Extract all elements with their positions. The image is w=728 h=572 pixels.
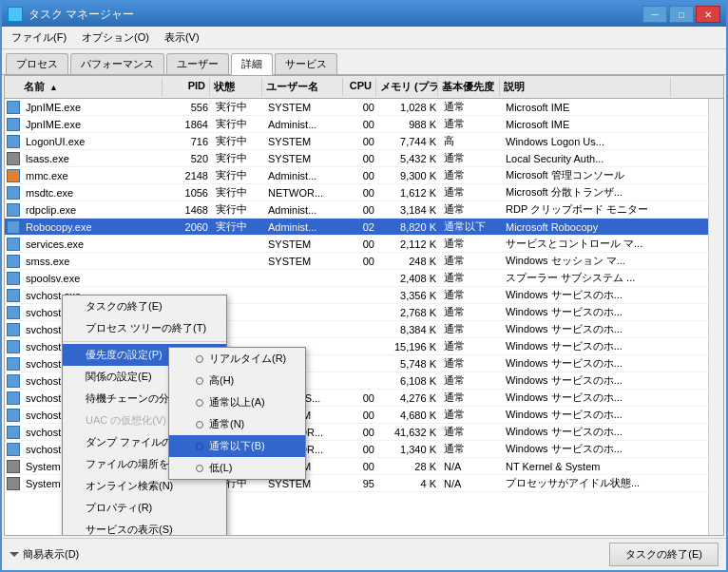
title-bar-left: タスク マネージャー — [8, 7, 134, 23]
table-row[interactable]: msdtc.exe 1056 実行中 NETWOR... 00 1,612 K … — [5, 184, 708, 201]
chevron-icon — [10, 552, 19, 557]
sort-arrow-name: ▲ — [49, 83, 58, 92]
col-header-status[interactable]: 状態 — [210, 78, 262, 96]
simple-view-button[interactable]: 簡易表示(D) — [10, 547, 79, 562]
table-row[interactable]: mmc.exe 2148 実行中 Administ... 00 9,300 K … — [5, 167, 708, 184]
app-icon — [8, 7, 23, 22]
radio-high — [196, 377, 203, 385]
table-row[interactable]: rdpclip.exe 1468 実行中 Administ... 00 3,18… — [5, 201, 708, 219]
ctx-end-tree[interactable]: プロセス ツリーの終了(T) — [63, 317, 226, 339]
ctx-show-services[interactable]: サービスの表示(S) — [63, 519, 226, 536]
window-controls: ─ □ ✕ — [642, 6, 720, 23]
window-title: タスク マネージャー — [29, 7, 134, 23]
tab-process[interactable]: プロセス — [6, 53, 68, 74]
menu-file[interactable]: ファイル(F) — [6, 29, 72, 47]
submenu-priority: リアルタイム(R) 高(H) 通常以上(A) 通常(N) 通常以下(B) 低(L… — [168, 347, 306, 480]
menu-options[interactable]: オプション(O) — [76, 29, 155, 47]
minimize-button[interactable]: ─ — [642, 6, 667, 23]
sub-realtime[interactable]: リアルタイム(R) — [169, 348, 305, 370]
radio-above-normal — [196, 399, 203, 407]
sub-high[interactable]: 高(H) — [169, 370, 305, 391]
sub-low[interactable]: 低(L) — [169, 457, 305, 479]
radio-below-normal — [196, 443, 203, 450]
table-row[interactable]: JpnIME.exe 1864 実行中 Administ... 00 988 K… — [5, 116, 708, 133]
radio-normal — [196, 421, 203, 429]
table-row[interactable]: JpnIME.exe 556 実行中 SYSTEM 00 1,028 K 通常 … — [5, 99, 708, 116]
sub-below-normal[interactable]: 通常以下(B) — [169, 435, 305, 457]
col-header-pid[interactable]: PID — [163, 78, 210, 96]
tab-services[interactable]: サービス — [275, 53, 337, 74]
maximize-button[interactable]: □ — [669, 6, 694, 23]
bottom-bar: 簡易表示(D) タスクの終了(E) — [2, 538, 726, 570]
scrollbar-vertical[interactable] — [708, 99, 723, 535]
window: タスク マネージャー ─ □ ✕ ファイル(F) オプション(O) 表示(V) … — [0, 0, 728, 572]
icon-spacer — [5, 78, 20, 96]
tab-details[interactable]: 詳細 — [231, 53, 273, 75]
radio-low — [196, 465, 203, 472]
end-task-button[interactable]: タスクの終了(E) — [609, 543, 718, 566]
col-header-prio[interactable]: 基本優先度 — [438, 78, 500, 96]
table-header: 名前 ▲ PID 状態 ユーザー名 CPU メモリ (プラ... 基本優先度 説… — [5, 76, 723, 99]
table-row[interactable]: spoolsv.exe 2,408 K 通常 スプーラー サブシステム ... — [5, 270, 708, 287]
tab-performance[interactable]: パフォーマンス — [70, 53, 164, 74]
col-header-name[interactable]: 名前 ▲ — [20, 78, 163, 96]
col-header-mem[interactable]: メモリ (プラ... — [376, 78, 438, 96]
table-row[interactable]: LogonUI.exe 716 実行中 SYSTEM 00 7,744 K 高 … — [5, 133, 708, 150]
col-header-user[interactable]: ユーザー名 — [262, 78, 343, 96]
close-button[interactable]: ✕ — [696, 6, 720, 23]
radio-realtime — [196, 355, 203, 363]
ctx-properties[interactable]: プロパティ(R) — [63, 497, 226, 519]
content-area: 名前 ▲ PID 状態 ユーザー名 CPU メモリ (プラ... 基本優先度 説… — [4, 75, 724, 536]
table-row[interactable]: smss.exe SYSTEM 00 248 K 通常 Windows セッショ… — [5, 253, 708, 270]
sub-normal[interactable]: 通常(N) — [169, 413, 305, 435]
table-row[interactable]: Robocopy.exe 2060 実行中 Administ... 02 8,8… — [5, 219, 708, 236]
simple-view-label: 簡易表示(D) — [23, 547, 79, 562]
menu-bar: ファイル(F) オプション(O) 表示(V) — [2, 27, 726, 49]
col-header-desc[interactable]: 説明 — [500, 78, 671, 96]
tab-bar: プロセス パフォーマンス ユーザー 詳細 サービス — [2, 49, 726, 75]
sub-above-normal[interactable]: 通常以上(A) — [169, 391, 305, 413]
title-bar: タスク マネージャー ─ □ ✕ — [2, 2, 726, 27]
menu-view[interactable]: 表示(V) — [159, 29, 205, 47]
ctx-end-task[interactable]: タスクの終了(E) — [63, 296, 226, 317]
ctx-separator-1 — [63, 341, 226, 342]
tab-users[interactable]: ユーザー — [166, 53, 229, 74]
table-row[interactable]: services.exe SYSTEM 00 2,112 K 通常 サービスとコ… — [5, 236, 708, 253]
table-row[interactable]: lsass.exe 520 実行中 SYSTEM 00 5,432 K 通常 L… — [5, 150, 708, 167]
col-header-cpu[interactable]: CPU — [343, 78, 376, 96]
